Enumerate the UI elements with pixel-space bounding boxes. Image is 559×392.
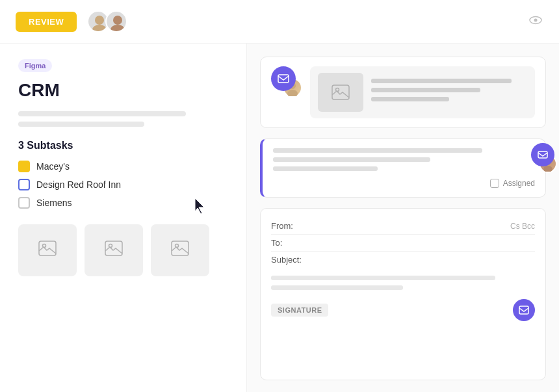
svg-rect-17	[538, 151, 547, 158]
subtasks-heading: 3 Subtasks	[18, 140, 228, 151]
compose-body	[271, 276, 535, 290]
compose-to-label: To:	[271, 238, 310, 248]
image-icon	[38, 241, 57, 260]
card2-footer: Assigned	[273, 179, 535, 188]
assigned-checkbox[interactable]	[490, 179, 499, 188]
svg-point-19	[543, 166, 552, 172]
email-card-2-lines	[273, 148, 535, 171]
svg-point-2	[113, 16, 122, 25]
svg-rect-20	[519, 306, 528, 314]
compose-subject-label: Subject:	[271, 255, 310, 265]
mail-icon-circle-2	[531, 143, 554, 166]
list-item[interactable]: Macey's	[18, 161, 228, 172]
thumbnails-row	[18, 224, 228, 276]
subtask-list: Macey's Design Red Roof Inn Siemens	[18, 161, 228, 209]
email-line	[371, 88, 480, 92]
review-button[interactable]: REVIEW	[16, 12, 77, 32]
subtask-dot-yellow	[18, 161, 30, 172]
image-icon	[105, 241, 123, 260]
email-content-inner	[310, 66, 535, 118]
thumbnail-3[interactable]	[151, 224, 209, 276]
image-icon	[171, 241, 189, 260]
header: REVIEW	[0, 0, 559, 44]
subtask-label: Design Red Roof Inn	[36, 179, 121, 190]
body-line	[271, 276, 495, 280]
card2-line	[273, 157, 430, 162]
description-placeholder	[18, 111, 228, 127]
subtask-dot-gray	[18, 197, 30, 209]
compose-area: From: Cs Bcc To: Subject: SIGNATURE	[260, 208, 546, 380]
header-left: REVIEW	[16, 10, 127, 33]
svg-point-14	[287, 90, 298, 96]
svg-point-1	[92, 25, 107, 33]
signature-button[interactable]: SIGNATURE	[271, 304, 328, 317]
thumbnail-2[interactable]	[84, 224, 143, 276]
svg-point-5	[534, 19, 538, 22]
list-item[interactable]: Design Red Roof Inn	[18, 179, 228, 190]
left-panel: Figma CRM 3 Subtasks Macey's Design Red …	[0, 44, 247, 392]
avatar-group	[87, 10, 127, 33]
svg-rect-12	[278, 75, 289, 83]
compose-from-field: From: Cs Bcc	[271, 218, 535, 235]
compose-to-field: To:	[271, 235, 535, 252]
email-avatar-wrapper-1	[271, 66, 302, 98]
email-text-lines	[371, 79, 527, 106]
eye-icon[interactable]	[528, 12, 543, 31]
desc-line-1	[18, 111, 186, 116]
compose-subject-field: Subject:	[271, 252, 535, 268]
tag-badge: Figma	[18, 59, 52, 72]
compose-from-label: From:	[271, 221, 310, 231]
desc-line-2	[18, 122, 144, 127]
svg-point-3	[110, 25, 125, 33]
email-card-1[interactable]	[260, 57, 546, 128]
main-layout: Figma CRM 3 Subtasks Macey's Design Red …	[0, 44, 559, 392]
assigned-label: Assigned	[503, 179, 535, 188]
mail-icon-circle	[271, 66, 296, 91]
subtask-label: Macey's	[36, 161, 70, 172]
card2-line	[273, 166, 378, 171]
card2-line	[273, 148, 482, 153]
email-image-placeholder	[318, 73, 363, 112]
email-content-1	[310, 66, 535, 118]
subtask-dot-blue	[18, 179, 30, 190]
avatar-2	[105, 10, 127, 33]
compose-footer: SIGNATURE	[271, 299, 535, 321]
email-line	[371, 79, 512, 83]
subtask-label: Siemens	[36, 198, 72, 208]
send-button[interactable]	[513, 299, 535, 321]
list-item[interactable]: Siemens	[18, 197, 228, 209]
svg-point-0	[95, 16, 104, 25]
email-card-1-header	[261, 57, 545, 127]
body-line	[271, 285, 403, 290]
email-line	[371, 97, 449, 101]
project-title: CRM	[18, 80, 228, 101]
card2-avatar-area	[531, 143, 554, 166]
thumbnail-1[interactable]	[18, 224, 77, 276]
compose-cc-bcc[interactable]: Cs Bcc	[510, 222, 535, 231]
email-card-2[interactable]: Assigned	[260, 138, 546, 198]
right-panel: Assigned From:	[247, 44, 559, 392]
